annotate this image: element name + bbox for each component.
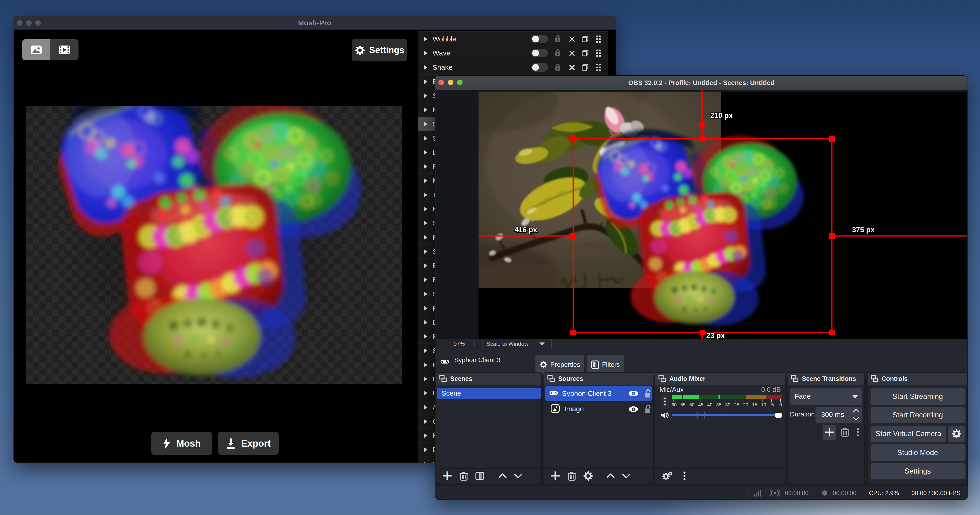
svg-text:375 px: 375 px xyxy=(852,226,875,234)
svg-text:23 px: 23 px xyxy=(706,331,725,339)
svg-text:210 px: 210 px xyxy=(710,111,733,120)
svg-text:416 px: 416 px xyxy=(515,226,537,234)
